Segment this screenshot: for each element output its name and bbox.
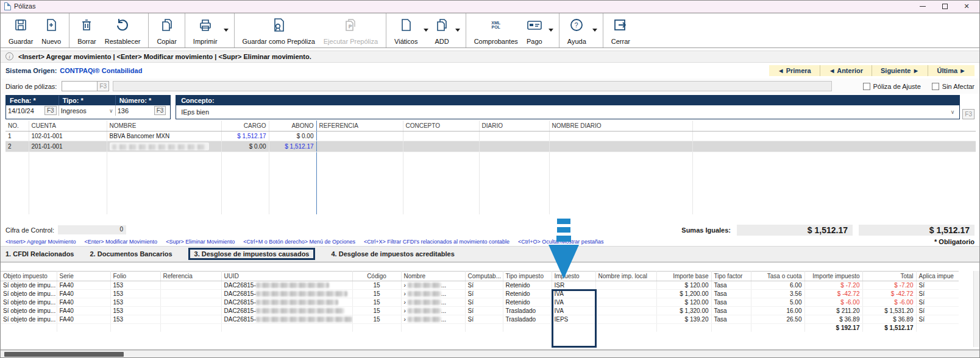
- scrollbar-thumb[interactable]: [4, 352, 124, 357]
- vertical-scrollbar[interactable]: [973, 271, 979, 348]
- hint-bar: i <Insert> Agregar movimiento | <Enter> …: [1, 51, 979, 63]
- viaticos-button[interactable]: Viáticos: [390, 13, 422, 47]
- col-uuid: UUID: [221, 271, 352, 281]
- col-aplica-impuesto: Aplica impue: [916, 271, 959, 281]
- redacted-uuid: [256, 283, 329, 288]
- tax-row-4[interactable]: Sí objeto de impu...FA40153 DAC26815- 15…: [1, 306, 959, 315]
- cerrar-button[interactable]: Cerrar: [607, 13, 634, 47]
- maximize-button[interactable]: [940, 2, 949, 10]
- polizas-window: Pólizas ✕ Guardar Nuevo Borrar: [1, 1, 979, 357]
- tab-desglose-impuestos-causados[interactable]: 3. Desglose de impuestos causados: [188, 248, 316, 260]
- exit-icon: [613, 17, 628, 33]
- ayuda-dropdown-caret-icon[interactable]: [592, 29, 597, 32]
- tab-desglose-impuestos-acreditables[interactable]: 4. Desglose de impuestos acreditables: [331, 250, 454, 258]
- movement-row-2-selected[interactable]: 2 201-01-001 $ 0.00 $ 1,512.17: [5, 141, 976, 152]
- close-button[interactable]: ✕: [962, 2, 971, 10]
- add-button[interactable]: ADD: [430, 13, 453, 47]
- tab-documentos-bancarios[interactable]: 2. Documentos Bancarios: [90, 250, 172, 258]
- total-importe-impuesto: $ 192.17: [804, 323, 862, 332]
- obligatorio-note: * Obligatorio: [934, 238, 975, 245]
- imprimir-button[interactable]: Imprimir: [189, 13, 222, 47]
- restablecer-label: Restablecer: [105, 38, 141, 45]
- ayuda-button[interactable]: ? Ayuda: [563, 13, 591, 47]
- copiar-button[interactable]: Copiar: [152, 13, 180, 47]
- restablecer-button[interactable]: Restablecer: [101, 13, 145, 47]
- borrar-label: Borrar: [77, 38, 96, 45]
- nav-last-button[interactable]: Última ►: [928, 65, 975, 76]
- checkbox-icon: [863, 83, 870, 90]
- numero-input[interactable]: 136: [118, 107, 152, 114]
- imprimir-label: Imprimir: [193, 38, 218, 45]
- col-tipo-impuesto: Tipo impuesto: [503, 271, 552, 281]
- guardar-button[interactable]: Guardar: [4, 13, 37, 47]
- cifra-control-label: Cifra de Control:: [5, 226, 54, 234]
- diario-input[interactable]: [62, 81, 97, 91]
- viaticos-dropdown-caret-icon[interactable]: [424, 29, 428, 32]
- pago-label: Pago: [527, 38, 542, 45]
- comprobantes-button[interactable]: XMLPOL Comprobantes: [470, 13, 522, 47]
- window-title: Pólizas: [14, 2, 35, 10]
- tax-row-5[interactable]: Sí objeto de impu...FA40153 DAC26815- 15…: [1, 315, 959, 323]
- tax-row-1[interactable]: Sí objeto de impu...FA40153 DAC26815- 15…: [1, 281, 959, 289]
- pago-button[interactable]: Pago: [522, 13, 547, 47]
- movements-header-row: NO. CUENTA NOMBRE CARGO ABONO REFERENCIA…: [5, 121, 976, 132]
- xml-pol-icon: XMLPOL: [491, 17, 500, 33]
- chevron-down-icon[interactable]: ∨: [951, 109, 955, 115]
- cifra-control-field[interactable]: 0: [58, 225, 126, 234]
- nuevo-button[interactable]: Nuevo: [37, 13, 65, 47]
- tipo-select[interactable]: Ingresos∨: [61, 107, 113, 114]
- numero-f3-button[interactable]: F3: [154, 106, 166, 115]
- col-tipo-factor: Tipo factor: [711, 271, 751, 281]
- poliza-ajuste-checkbox[interactable]: Póliza de Ajuste: [863, 83, 921, 90]
- nav-first-button[interactable]: ◄ Primera: [769, 65, 820, 76]
- movement-row-1[interactable]: 1 102-01-001 BBVA Bancomer MXN $ 1,512.1…: [5, 132, 976, 141]
- col-nombre-diario: NOMBRE DIARIO: [549, 121, 692, 132]
- col-tasa-cuota: Tasa o cuota: [751, 271, 804, 281]
- document-icon: [4, 2, 11, 10]
- add-dropdown-caret-icon[interactable]: [455, 29, 460, 32]
- col-referencia: Referencia: [160, 271, 221, 281]
- tipo-value: Ingresos: [61, 107, 87, 114]
- minimize-button[interactable]: [918, 2, 927, 10]
- shortcut-ctrlm: <Ctrl+M o Botón derecho> Menú de Opcione…: [243, 239, 355, 245]
- concepto-input[interactable]: IEps bien ∨: [176, 105, 959, 119]
- guardar-label: Guardar: [9, 38, 33, 45]
- col-nombre: Nombre: [401, 271, 465, 281]
- nav-previous-button[interactable]: ◄ Anterior: [820, 65, 872, 76]
- redacted-uuid: [256, 300, 338, 305]
- guardar-como-prepoliza-label: Guardar como Prepóliza: [243, 38, 315, 45]
- fecha-f3-button[interactable]: F3: [44, 106, 57, 115]
- tax-row-3[interactable]: Sí objeto de impu...FA40153 DAC26815- 15…: [1, 298, 959, 306]
- col-nombre: NOMBRE: [107, 121, 221, 132]
- viaticos-label: Viáticos: [394, 38, 417, 45]
- new-document-icon: [44, 17, 58, 33]
- ayuda-label: Ayuda: [567, 38, 586, 45]
- tax-row-2[interactable]: Sí objeto de impu...FA40153 DAC26815- 15…: [1, 289, 959, 298]
- redacted-uuid: [256, 308, 344, 314]
- taxes-header-row: Objeto impuesto Serie Folio Referencia U…: [1, 271, 959, 281]
- imprimir-dropdown-caret-icon[interactable]: [224, 29, 229, 32]
- sin-afectar-checkbox[interactable]: Sin Afectar: [932, 83, 975, 90]
- fecha-input[interactable]: 14/10/24: [8, 107, 42, 114]
- sumas-abono-total: $ 1,512.17: [859, 225, 975, 236]
- nav-next-button[interactable]: Siguiente ►: [872, 65, 928, 76]
- sin-afectar-label: Sin Afectar: [942, 83, 975, 90]
- col-computable: Computab...: [465, 271, 503, 281]
- redacted-name: [408, 283, 441, 288]
- guardar-como-prepoliza-button[interactable]: Guardar como Prepóliza: [238, 13, 319, 47]
- checkbox-icon: [932, 83, 939, 90]
- borrar-button[interactable]: Borrar: [73, 13, 101, 47]
- pago-dropdown-caret-icon[interactable]: [549, 29, 553, 32]
- redacted-name: [408, 317, 441, 322]
- tab-cfdi-relacionados[interactable]: 1. CFDI Relacionados: [5, 250, 74, 258]
- record-navigation: ◄ Primera ◄ Anterior Siguiente ► Última …: [769, 65, 975, 76]
- undo-restore-icon: [115, 17, 130, 33]
- total-total: $ 1,512.17: [862, 323, 916, 332]
- control-sums-row: Cifra de Control: 0 Sumas Iguales: $ 1,5…: [1, 223, 979, 237]
- origin-row: Sistema Origen: CONTPAQi® Contabilidad ◄…: [1, 63, 979, 79]
- horizontal-scrollbar[interactable]: [1, 350, 979, 357]
- concepto-f3-button[interactable]: F3: [962, 109, 975, 119]
- diario-f3-button[interactable]: F3: [97, 81, 109, 91]
- col-serie: Serie: [57, 271, 110, 281]
- redacted-name: [408, 291, 441, 297]
